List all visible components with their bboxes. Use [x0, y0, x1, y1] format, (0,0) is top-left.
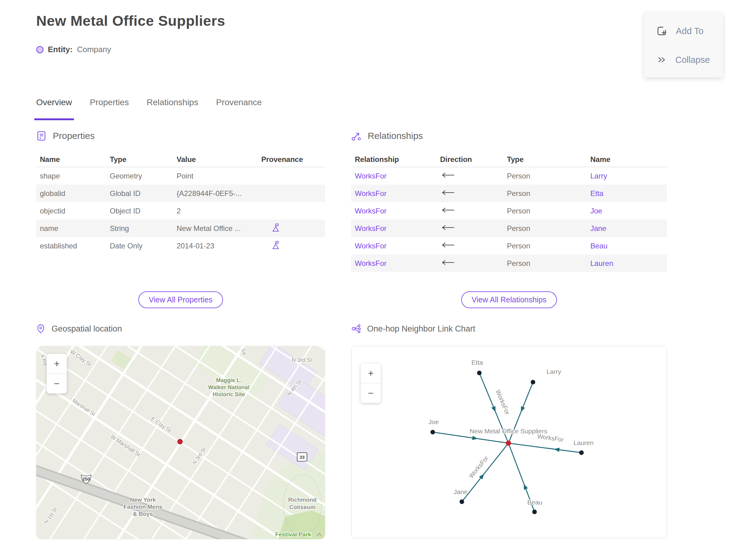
relationship-direction — [440, 172, 507, 180]
property-type: Object ID — [110, 207, 177, 215]
related-entity-type: Person — [507, 172, 590, 180]
properties-section-header: Properties — [36, 131, 95, 141]
person-node[interactable] — [532, 510, 537, 514]
center-entity-node[interactable] — [506, 441, 511, 446]
property-row[interactable]: shapeGeometryPoint — [36, 167, 325, 185]
tab-overview[interactable]: Overview — [36, 98, 72, 120]
related-entity-type: Person — [507, 259, 590, 268]
relationships-table-body: WorksForPersonLarryWorksForPersonEttaWor… — [351, 167, 667, 272]
relationship-row[interactable]: WorksForPersonLarry — [351, 167, 667, 185]
property-provenance — [261, 240, 325, 251]
direction-left-arrow-icon — [440, 224, 456, 231]
tab-bar: Overview Properties Relationships Proven… — [36, 98, 262, 120]
person-node[interactable] — [531, 380, 535, 385]
related-entity-link[interactable]: Joe — [590, 207, 667, 215]
collapse-button[interactable]: Collapse — [644, 46, 723, 74]
map-zoom-in-button[interactable]: + — [47, 354, 67, 374]
related-entity-link[interactable]: Jane — [590, 224, 667, 233]
relationship-type-link[interactable]: WorksFor — [355, 242, 440, 250]
geospatial-section-header: Geospatial location — [36, 324, 122, 334]
relationship-type-link[interactable]: WorksFor — [355, 207, 440, 215]
relationship-row[interactable]: WorksForPersonJane — [351, 220, 667, 237]
edge-label: WorksFor — [494, 389, 511, 416]
col-entity-name: Name — [590, 155, 667, 164]
direction-left-arrow-icon — [440, 189, 456, 196]
property-row[interactable]: establishedDate Only2014-01-23 — [36, 237, 325, 255]
provenance-flag-icon[interactable] — [272, 223, 280, 232]
property-name: established — [40, 242, 110, 250]
property-value: 2014-01-23 — [177, 242, 261, 250]
map-label: New York — [130, 497, 156, 503]
entity-type-icon — [36, 46, 44, 53]
related-entity-link[interactable]: Lauren — [590, 259, 667, 268]
person-node[interactable] — [431, 430, 435, 435]
entity-badge: Entity: Company — [36, 45, 111, 54]
relationship-type-link[interactable]: WorksFor — [355, 189, 440, 198]
person-node[interactable] — [460, 500, 464, 504]
view-all-properties-wrap: View All Properties — [36, 291, 325, 308]
link-chart-zoom-out-button[interactable]: − — [361, 383, 381, 403]
edge-arrowhead — [491, 406, 497, 413]
edge-label: WorksFor — [468, 455, 490, 479]
link-chart-canvas[interactable]: WorksForWorksForWorksForEttaLarryJoeLaur… — [351, 346, 667, 538]
map-label: Walker National — [208, 384, 249, 390]
node-label: Beau — [527, 499, 542, 506]
link-chart-panel[interactable]: WorksForWorksForWorksForEttaLarryJoeLaur… — [351, 346, 667, 538]
property-type: Global ID — [110, 189, 177, 198]
map-zoom-out-button[interactable]: − — [47, 374, 67, 393]
relationships-section-header: Relationships — [351, 131, 423, 141]
property-row[interactable]: globalidGlobal ID{A228944F-0EF5-... — [36, 185, 325, 202]
related-entity-link[interactable]: Larry — [590, 172, 667, 180]
col-type: Type — [507, 155, 590, 164]
entity-label: Entity: — [48, 45, 73, 54]
relationship-row[interactable]: WorksForPersonBeau — [351, 237, 667, 255]
collapse-label: Collapse — [675, 55, 710, 65]
property-row[interactable]: objectidObject ID2 — [36, 202, 325, 220]
properties-table: Name Type Value Provenance shapeGeometry… — [36, 152, 325, 255]
node-label: Joe — [428, 418, 439, 425]
col-direction: Direction — [440, 155, 507, 164]
actions-panel: Add To Collapse — [644, 12, 723, 77]
onehop-section-title: One-hop Neighbor Link Chart — [367, 324, 475, 334]
tab-provenance[interactable]: Provenance — [216, 98, 262, 120]
entity-type: Company — [77, 45, 111, 54]
related-entity-link[interactable]: Beau — [590, 242, 667, 250]
link-chart-zoom-in-button[interactable]: + — [361, 363, 381, 383]
geospatial-map[interactable]: k RdW Clay StSaN 3rd StN 4th StMaggie L.… — [36, 346, 325, 539]
relationship-direction — [440, 207, 507, 215]
person-node[interactable] — [477, 371, 482, 375]
link-chart-edge — [508, 443, 581, 453]
map-pin-icon — [36, 324, 45, 334]
provenance-flag-icon[interactable] — [272, 240, 280, 250]
property-value: {A228944F-0EF5-... — [177, 189, 261, 198]
properties-section-title: Properties — [53, 131, 95, 141]
add-to-label: Add To — [676, 26, 703, 36]
map-canvas[interactable]: k RdW Clay StSaN 3rd StN 4th StMaggie L.… — [36, 346, 325, 539]
relationship-direction — [440, 189, 507, 198]
property-row[interactable]: nameStringNew Metal Office ... — [36, 220, 325, 237]
relationship-row[interactable]: WorksForPersonLauren — [351, 255, 667, 272]
col-name: Name — [40, 155, 110, 164]
relationship-row[interactable]: WorksForPersonJoe — [351, 202, 667, 220]
tab-properties[interactable]: Properties — [90, 98, 129, 120]
map-label: Fashion Mens — [124, 504, 163, 510]
property-value: 2 — [177, 207, 261, 215]
add-to-button[interactable]: Add To — [644, 17, 723, 45]
relationships-table: Relationship Direction Type Name WorksFo… — [351, 152, 667, 272]
person-node[interactable] — [579, 451, 584, 455]
relationship-row[interactable]: WorksForPersonEtta — [351, 185, 667, 202]
property-name: shape — [40, 172, 110, 180]
view-all-properties-button[interactable]: View All Properties — [138, 291, 223, 308]
tab-relationships[interactable]: Relationships — [147, 98, 198, 120]
relationship-type-link[interactable]: WorksFor — [355, 259, 440, 268]
relationship-type-link[interactable]: WorksFor — [355, 172, 440, 180]
map-zoom-control: + − — [47, 354, 67, 393]
relationship-type-link[interactable]: WorksFor — [355, 224, 440, 233]
map-label: Coliseum — [289, 504, 316, 510]
view-all-relationships-button[interactable]: View All Relationships — [461, 291, 557, 308]
map-entity-marker[interactable] — [178, 439, 182, 444]
relationships-icon — [351, 131, 362, 141]
page-title: New Metal Office Suppliers — [36, 12, 225, 29]
edge-arrowhead — [522, 483, 528, 490]
related-entity-link[interactable]: Etta — [590, 189, 667, 198]
